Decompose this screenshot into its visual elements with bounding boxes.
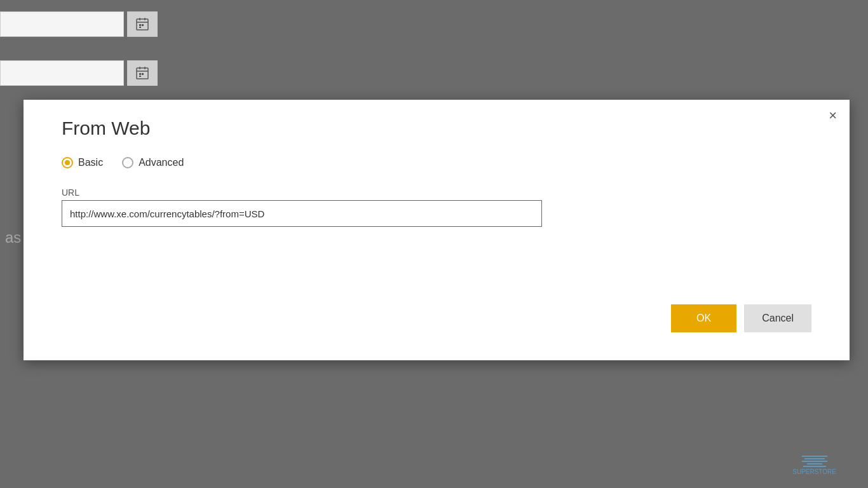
cancel-button[interactable]: Cancel <box>744 304 811 332</box>
wm-line-4 <box>807 463 822 464</box>
svg-rect-4 <box>139 24 141 26</box>
url-label: URL <box>62 187 79 198</box>
url-input-wrapper <box>62 200 542 227</box>
bg-calendar-btn-2 <box>127 60 158 86</box>
dialog-title: From Web <box>62 118 150 139</box>
svg-rect-6 <box>139 27 141 28</box>
radio-basic-circle <box>62 157 73 168</box>
close-button[interactable]: × <box>829 109 837 123</box>
wm-line-5 <box>803 466 826 467</box>
ok-button[interactable]: OK <box>671 304 736 332</box>
bg-text: as <box>0 229 21 247</box>
wm-line-1 <box>802 456 827 457</box>
radio-group: Basic Advanced <box>62 157 184 168</box>
url-input[interactable] <box>62 200 542 227</box>
bg-calendar-btn-1 <box>127 11 158 37</box>
watermark-lines <box>792 456 836 467</box>
svg-rect-5 <box>142 24 144 26</box>
watermark: SUPERSTORE <box>792 456 836 475</box>
bg-input-1 <box>0 11 124 37</box>
radio-advanced-circle <box>122 157 133 168</box>
from-web-dialog: × From Web Basic Advanced URL OK Cancel <box>24 100 850 360</box>
radio-advanced-label: Advanced <box>139 157 184 168</box>
watermark-text: SUPERSTORE <box>792 468 836 475</box>
radio-basic-label: Basic <box>78 157 103 168</box>
radio-advanced[interactable]: Advanced <box>122 157 184 168</box>
button-group: OK Cancel <box>671 304 811 332</box>
wm-line-3 <box>802 461 827 462</box>
svg-rect-13 <box>139 76 141 77</box>
svg-rect-11 <box>139 73 141 75</box>
radio-basic[interactable]: Basic <box>62 157 103 168</box>
bg-input-2 <box>0 60 124 86</box>
wm-line-2 <box>804 458 825 459</box>
svg-rect-12 <box>142 73 144 75</box>
